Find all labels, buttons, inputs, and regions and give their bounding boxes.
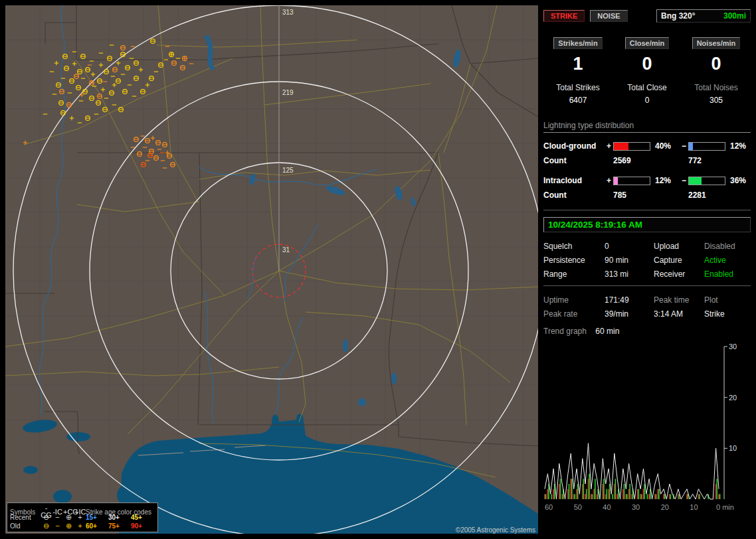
noises-column: Noises/min 0 Total Noises 305 [682, 37, 751, 105]
divider [543, 285, 751, 286]
radar-map[interactable]: 31321912531 Symbols -CG -IC +CG +IC Stri… [5, 5, 538, 534]
persistence-label: Persistence [543, 256, 605, 265]
ic-negative-gauge-fill [689, 177, 702, 185]
total-noises-value: 305 [682, 96, 751, 105]
cloud-ground-label: Cloud-ground [543, 141, 605, 151]
cg-positive-gauge [613, 142, 650, 151]
close-per-min-value: 0 [613, 54, 682, 74]
ic-negative-gauge [688, 177, 725, 185]
svg-text:20: 20 [729, 394, 737, 402]
count-label: Count [543, 156, 605, 165]
neg-cg-icon: ⊖ [41, 522, 52, 530]
bearing-range-value: 300mi [723, 11, 746, 21]
age-30: 30+ [108, 514, 131, 521]
cg-positive-pct: 40% [652, 141, 680, 151]
age-75: 75+ [108, 522, 131, 530]
noises-per-min-button[interactable]: Noises/min [692, 37, 741, 49]
total-close-label: Total Close [613, 83, 682, 92]
peak-rate-label: Peak rate [543, 309, 605, 319]
neg-cg-icon: ⊖ [41, 514, 52, 521]
mode-toolbar: STRIKE NOISE Bng 320° 300mi [543, 9, 751, 23]
ic-positive-pct: 12% [652, 176, 680, 185]
pos-cg-icon: ⊕ [63, 522, 74, 530]
cg-negative-gauge [688, 142, 725, 151]
peak-rate-value: 39/min [605, 309, 654, 319]
svg-text:313: 313 [282, 9, 294, 16]
map-legend: Symbols -CG -IC +CG +IC Strike age color… [7, 502, 158, 532]
legend-old-row: Old ⊖ − ⊕ + 60+ 75+ 90+ [10, 522, 155, 530]
peak-time-value: 3:14 AM [654, 309, 704, 319]
minus-sign: − [680, 141, 688, 151]
neg-ic-icon: − [52, 522, 63, 530]
plus-sign: + [605, 176, 613, 185]
svg-text:10: 10 [690, 503, 698, 511]
rates-section: Strikes/min 1 Total Strikes 6407 Close/m… [543, 37, 751, 105]
squelch-value: 0 [605, 242, 654, 251]
trend-graph-label: Trend graph [543, 327, 587, 336]
range-value: 313 mi [605, 270, 654, 279]
legend-old-label: Old [10, 522, 41, 530]
uptime-label: Uptime [543, 295, 605, 305]
strikes-column: Strikes/min 1 Total Strikes 6407 [543, 37, 613, 105]
intracloud-label: Intracloud [543, 176, 605, 185]
svg-text:30: 30 [729, 343, 737, 350]
pos-ic-icon: + [74, 522, 86, 530]
squelch-label: Squelch [543, 242, 605, 251]
svg-text:30: 30 [632, 503, 640, 511]
noise-mode-button[interactable]: NOISE [590, 10, 627, 22]
plus-sign: + [605, 141, 613, 151]
bearing-value: Bng 320° [661, 11, 695, 21]
cg-negative-count: 772 [688, 156, 727, 165]
cg-positive-gauge-fill [614, 143, 628, 150]
age-90: 90+ [131, 522, 155, 530]
capture-label: Capture [654, 256, 704, 265]
peak-time-label: Peak time [654, 295, 704, 305]
intracloud-count-row: Count 785 2281 [543, 187, 751, 203]
receiver-status: Enabled [704, 270, 751, 279]
distribution-section: Lightning type distribution Cloud-ground… [543, 121, 751, 203]
svg-text:50: 50 [574, 503, 582, 511]
cg-negative-pct: 12% [727, 141, 749, 151]
session-grid: Uptime 171:49 Peak time Plot Peak rate 3… [543, 295, 751, 319]
svg-text:60: 60 [545, 503, 553, 511]
age-60: 60+ [86, 522, 108, 530]
ic-positive-gauge-fill [614, 177, 618, 185]
ic-positive-count: 785 [613, 191, 652, 200]
ic-negative-pct: 36% [727, 176, 749, 185]
plot-value: Strike [704, 309, 751, 319]
upload-label: Upload [654, 242, 704, 251]
pos-cg-icon: ⊕ [63, 514, 74, 521]
ic-positive-gauge [613, 177, 650, 185]
datetime-panel: 10/24/2025 8:19:16 AM [543, 217, 751, 232]
svg-text:219: 219 [282, 89, 294, 96]
legend-recent-label: Recent [10, 514, 41, 521]
cloud-ground-count-row: Count 2569 772 [543, 153, 751, 169]
total-strikes-label: Total Strikes [543, 83, 613, 92]
strikes-per-min-button[interactable]: Strikes/min [553, 37, 602, 49]
svg-text:0 min: 0 min [716, 503, 734, 511]
age-15: 15+ [86, 514, 108, 521]
copyright-text: ©2005 Astrogenic Systems [456, 526, 535, 534]
total-noises-label: Total Noises [682, 83, 751, 92]
distribution-title: Lightning type distribution [543, 121, 751, 133]
app-window: 31321912531 Symbols -CG -IC +CG +IC Stri… [0, 0, 756, 539]
svg-text:31: 31 [282, 246, 290, 254]
svg-text:20: 20 [661, 503, 669, 511]
capture-status: Active [704, 256, 751, 265]
persistence-value: 90 min [605, 256, 654, 265]
cloud-ground-row: Cloud-ground + 40% − 12% [543, 139, 751, 153]
svg-text:40: 40 [603, 503, 611, 511]
strikes-per-min-value: 1 [543, 54, 613, 74]
noises-per-min-value: 0 [682, 54, 751, 74]
trend-graph-header: Trend graph 60 min [543, 327, 751, 336]
strike-mode-button[interactable]: STRIKE [543, 10, 585, 22]
upload-status: Disabled [704, 242, 751, 251]
intracloud-row: Intracloud + 12% − 36% [543, 174, 751, 187]
ic-negative-count: 2281 [688, 191, 727, 200]
control-panel: STRIKE NOISE Bng 320° 300mi Strikes/min … [543, 5, 751, 534]
cg-negative-gauge-fill [689, 143, 693, 150]
range-label: Range [543, 270, 605, 279]
close-column: Close/min 0 Total Close 0 [613, 37, 682, 105]
bearing-panel: Bng 320° 300mi [656, 9, 751, 23]
close-per-min-button[interactable]: Close/min [625, 37, 670, 49]
